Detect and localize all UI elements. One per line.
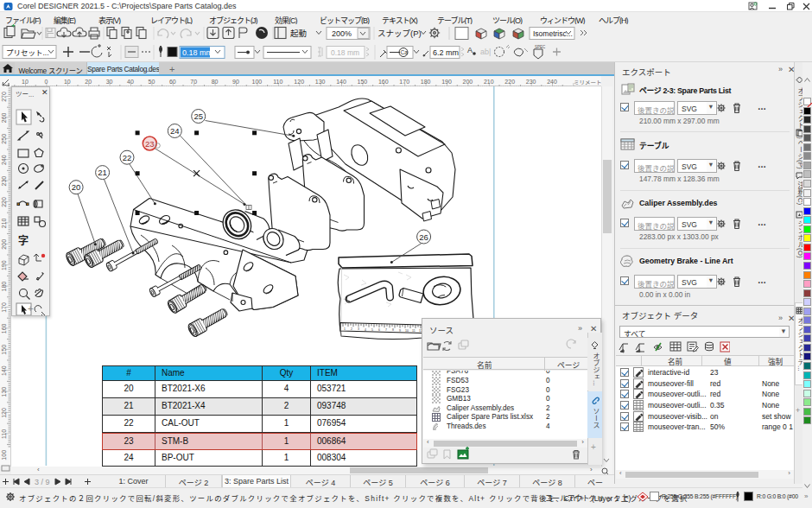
- svg-text:11: 11: [412, 329, 416, 333]
- svg-text:180: 180: [1, 282, 7, 292]
- svg-text:0.18 mm: 0.18 mm: [182, 48, 213, 57]
- svg-text:8: 8: [392, 328, 394, 332]
- svg-text:100: 100: [252, 79, 263, 85]
- svg-text:0.18 mm: 0.18 mm: [331, 48, 359, 57]
- svg-text:270: 270: [1, 92, 7, 102]
- svg-text:220: 220: [504, 79, 515, 85]
- svg-text:ab|: ab|: [480, 48, 491, 56]
- svg-text:170: 170: [399, 79, 409, 85]
- svg-text:110: 110: [273, 79, 282, 85]
- svg-text:10: 10: [22, 79, 29, 85]
- svg-text:240: 240: [1, 155, 7, 165]
- svg-text:80: 80: [212, 79, 219, 85]
- svg-text:10: 10: [64, 79, 71, 85]
- svg-text:プリセット...: プリセット...: [6, 48, 49, 57]
- svg-text:起動: 起動: [290, 29, 307, 38]
- svg-text:40: 40: [127, 79, 134, 85]
- svg-text:Ca: Ca: [401, 49, 409, 55]
- svg-text:210: 210: [484, 79, 494, 85]
- svg-text:22: 22: [123, 153, 132, 162]
- svg-text:5: 5: [371, 328, 373, 332]
- svg-text:240: 240: [547, 79, 557, 85]
- svg-text:6.2 mm: 6.2 mm: [433, 48, 459, 57]
- svg-text:20: 20: [85, 79, 92, 85]
- svg-text:23: 23: [145, 139, 155, 149]
- svg-text:100: 100: [1, 450, 7, 460]
- svg-text:30: 30: [106, 79, 113, 85]
- svg-text:120: 120: [294, 79, 304, 85]
- svg-text:230: 230: [526, 79, 536, 85]
- svg-text:140: 140: [336, 79, 346, 85]
- svg-text:7: 7: [385, 328, 387, 332]
- svg-text:20: 20: [72, 182, 81, 192]
- svg-text:0: 0: [44, 79, 48, 85]
- svg-text:200%: 200%: [332, 29, 352, 38]
- svg-text:160: 160: [378, 79, 389, 85]
- svg-text:140: 140: [1, 365, 7, 376]
- svg-text:9: 9: [399, 329, 401, 333]
- svg-text:150: 150: [358, 79, 368, 85]
- svg-text:220: 220: [1, 197, 7, 207]
- svg-text:230: 230: [1, 176, 7, 187]
- svg-text:スナップ(P): スナップ(P): [377, 29, 422, 38]
- svg-text:190: 190: [441, 79, 452, 85]
- svg-text:25: 25: [193, 111, 203, 121]
- svg-text:130: 130: [315, 79, 326, 85]
- svg-text:190: 190: [1, 260, 7, 270]
- svg-text:210: 210: [1, 218, 7, 228]
- svg-text:70: 70: [190, 79, 197, 85]
- svg-text:A: A: [467, 46, 473, 54]
- svg-text:120: 120: [1, 408, 7, 418]
- svg-text:Isometrisc...: Isometrisc...: [533, 29, 573, 38]
- svg-text:6: 6: [378, 328, 380, 332]
- svg-text:2: 2: [351, 327, 352, 331]
- svg-text:260: 260: [1, 112, 7, 123]
- svg-text:110: 110: [1, 429, 7, 439]
- svg-text:160: 160: [1, 323, 7, 333]
- svg-text:170: 170: [1, 302, 7, 313]
- svg-text:130: 130: [1, 387, 7, 397]
- svg-text:1: 1: [344, 327, 346, 331]
- svg-text:SPEC: SPEC: [535, 45, 546, 49]
- svg-text:200: 200: [1, 239, 7, 250]
- svg-text:150: 150: [1, 345, 7, 355]
- svg-text:180: 180: [421, 79, 431, 85]
- svg-text:60: 60: [169, 79, 176, 85]
- svg-text:50: 50: [149, 79, 155, 85]
- svg-text:3 / 9: 3 / 9: [35, 478, 50, 486]
- svg-text:10: 10: [405, 329, 409, 333]
- svg-text:24: 24: [170, 126, 180, 136]
- svg-text:3: 3: [358, 327, 359, 331]
- svg-text:字: 字: [18, 234, 29, 247]
- svg-text:26: 26: [419, 232, 428, 242]
- svg-text:21: 21: [98, 168, 107, 177]
- svg-text:ミリメートル: ミリメートル: [574, 79, 601, 86]
- svg-text:4: 4: [365, 328, 366, 332]
- svg-text:90: 90: [232, 79, 239, 85]
- svg-text:200: 200: [463, 79, 473, 85]
- svg-text:250: 250: [1, 134, 7, 144]
